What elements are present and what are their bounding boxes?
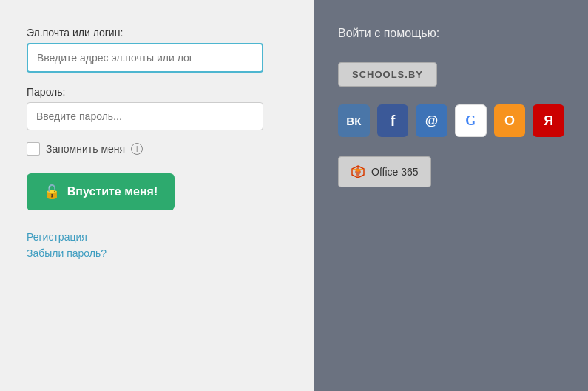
social-row: ВК f @ G О Я bbox=[338, 104, 564, 137]
email-input[interactable] bbox=[27, 43, 263, 73]
submit-button[interactable]: 🔓 Впустите меня! bbox=[27, 173, 175, 210]
yandex-label: Я bbox=[544, 113, 553, 129]
office365-button[interactable]: Office 365 bbox=[338, 156, 431, 187]
password-input[interactable] bbox=[27, 102, 263, 130]
info-icon[interactable]: i bbox=[131, 143, 143, 155]
right-title: Войти с помощью: bbox=[338, 27, 564, 40]
ok-button[interactable]: О bbox=[494, 104, 526, 137]
left-panel: Эл.почта или логин: Пароль: Запомнить ме… bbox=[0, 0, 314, 391]
office365-label: Office 365 bbox=[371, 166, 419, 178]
mail-label: @ bbox=[425, 113, 439, 129]
google-label: G bbox=[465, 113, 476, 129]
mailru-button[interactable]: @ bbox=[416, 104, 447, 137]
register-link[interactable]: Регистрация bbox=[27, 231, 291, 243]
lock-icon: 🔓 bbox=[44, 184, 60, 200]
remember-row: Запомнить меня i bbox=[27, 142, 291, 156]
ok-label: О bbox=[504, 113, 515, 129]
schools-button[interactable]: SCHOOLS.BY bbox=[338, 62, 437, 87]
password-label: Пароль: bbox=[27, 86, 291, 98]
office365-icon bbox=[351, 164, 365, 179]
forgot-link[interactable]: Забыли пароль? bbox=[27, 247, 291, 259]
yandex-button[interactable]: Я bbox=[533, 104, 564, 137]
remember-checkbox[interactable] bbox=[27, 142, 40, 156]
right-panel: Войти с помощью: SCHOOLS.BY ВК f @ G О Я bbox=[314, 0, 588, 391]
submit-label: Впустите меня! bbox=[67, 185, 158, 198]
google-button[interactable]: G bbox=[455, 104, 487, 137]
vk-button[interactable]: ВК bbox=[338, 104, 370, 137]
links-section: Регистрация Забыли пароль? bbox=[27, 231, 291, 259]
password-section: Пароль: bbox=[27, 86, 291, 130]
remember-label: Запомнить меня bbox=[46, 143, 125, 155]
email-section: Эл.почта или логин: bbox=[27, 27, 291, 73]
fb-label: f bbox=[391, 113, 396, 130]
facebook-button[interactable]: f bbox=[377, 104, 409, 137]
vk-label: ВК bbox=[346, 115, 361, 127]
main-container: Эл.почта или логин: Пароль: Запомнить ме… bbox=[0, 0, 588, 391]
email-label: Эл.почта или логин: bbox=[27, 27, 291, 39]
svg-marker-2 bbox=[352, 169, 364, 172]
